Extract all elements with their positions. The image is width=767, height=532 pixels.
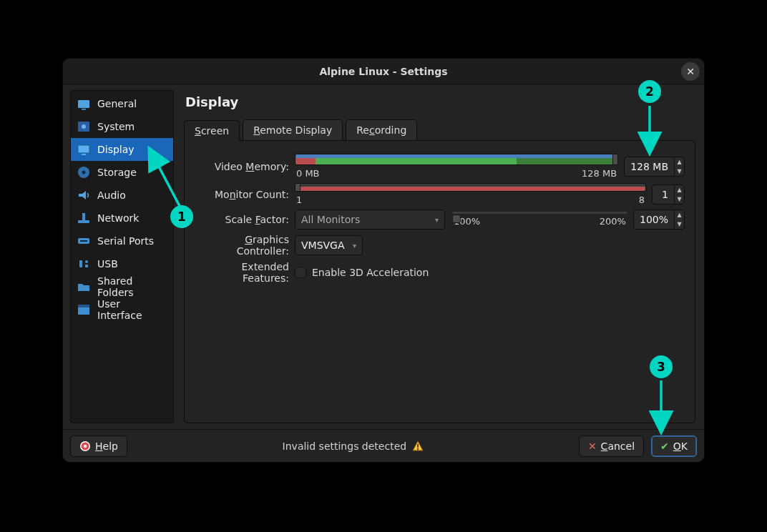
sidebar-item-display[interactable]: Display (71, 138, 173, 161)
sidebar-item-storage[interactable]: Storage (71, 161, 173, 184)
cancel-button[interactable]: ✕ Cancel (579, 435, 644, 457)
monitor-count-slider-wrap: 1 8 (295, 183, 646, 205)
row-graphics-controller: Graphics Controller: VMSVGA ▾ (195, 234, 685, 257)
sidebar-item-audio[interactable]: Audio (71, 184, 173, 207)
sidebar-item-label: Serial Ports (97, 235, 154, 247)
network-icon (77, 211, 91, 225)
monitor-count-spinbox[interactable]: 1 ▲▼ (652, 184, 685, 205)
tab-record[interactable]: Recording (346, 119, 417, 140)
tab-remote[interactable]: Remote Display (243, 119, 343, 140)
sidebar-item-label: System (97, 121, 135, 132)
svg-rect-10 (82, 213, 85, 220)
svg-rect-13 (79, 260, 82, 267)
tab-screen[interactable]: Screen (184, 120, 240, 141)
storage-icon (77, 165, 91, 179)
sidebar-item-general[interactable]: General (71, 92, 173, 115)
help-icon (79, 440, 91, 452)
audio-icon (77, 188, 91, 202)
annotation-badge-3: 3 (650, 355, 673, 378)
folder-icon (77, 280, 91, 294)
monitor-count-label: Monitor Count: (195, 189, 295, 200)
scale-factor-monitor-select[interactable]: All Monitors ▾ (295, 210, 445, 230)
display-icon (77, 142, 91, 157)
page-title: Display (185, 94, 695, 109)
tab-pane-screen: Video Memory: 0 MB 128 MB 128 MB ▲▼ (184, 140, 695, 423)
svg-point-3 (82, 124, 86, 129)
sidebar-item-network[interactable]: Network (71, 207, 173, 230)
sidebar-item-label: Storage (97, 167, 137, 178)
usb-icon (77, 257, 91, 271)
graphics-controller-value: VMSVGA (301, 240, 345, 251)
scale-factor-slider-wrap: 100% 200% (452, 213, 627, 227)
sidebar-item-system[interactable]: System (71, 115, 173, 138)
annotation-badge-1: 1 (170, 205, 193, 228)
video-memory-min-label: 0 MB (296, 168, 320, 179)
svg-rect-15 (85, 265, 88, 267)
video-memory-label: Video Memory: (195, 161, 295, 172)
graphics-controller-select[interactable]: VMSVGA ▾ (295, 235, 363, 255)
video-memory-stepper[interactable]: ▲▼ (674, 157, 684, 176)
monitor-count-max-label: 8 (639, 194, 645, 205)
sidebar-item-label: Shared Folders (97, 275, 167, 298)
window-title: Alpine Linux - Settings (319, 66, 447, 77)
chevron-down-icon: ▾ (353, 242, 356, 250)
sidebar-item-label: Display (97, 144, 135, 155)
row-extended-features: Extended Features: Enable 3D Acceleratio… (195, 261, 685, 284)
window-close-button[interactable]: ✕ (681, 62, 700, 81)
sidebar-item-serial-ports[interactable]: Serial Ports (71, 230, 173, 252)
svg-rect-22 (417, 444, 419, 448)
warning-icon (412, 440, 424, 452)
titlebar: Alpine Linux - Settings ✕ (63, 59, 704, 84)
chevron-down-icon: ▾ (435, 216, 439, 224)
ok-button[interactable]: ✔ OK (651, 435, 697, 457)
svg-rect-1 (82, 109, 86, 110)
footer: Help Invalid settings detected ✕ Cancel … (63, 429, 704, 462)
monitor-count-value: 1 (653, 185, 674, 204)
sidebar-item-label: Audio (97, 189, 126, 201)
svg-point-7 (82, 171, 86, 174)
svg-rect-23 (417, 448, 419, 450)
scale-factor-stepper[interactable]: ▲▼ (674, 210, 684, 229)
settings-window: Alpine Linux - Settings ✕ GeneralSystemD… (62, 58, 705, 463)
svg-marker-8 (79, 191, 86, 200)
monitor-count-slider[interactable] (295, 183, 646, 192)
scale-factor-value: 100% (634, 210, 674, 229)
row-video-memory: Video Memory: 0 MB 128 MB 128 MB ▲▼ (195, 154, 685, 179)
ui-icon (77, 302, 91, 317)
annotation-badge-2: 2 (638, 80, 661, 103)
help-button[interactable]: Help (70, 435, 127, 457)
sidebar-item-usb[interactable]: USB (71, 252, 173, 275)
serial-icon (77, 234, 91, 248)
row-scale-factor: Scale Factor: All Monitors ▾ 100% 2 (195, 210, 685, 230)
scale-factor-max-label: 200% (600, 216, 626, 227)
extended-features-label: Extended Features: (195, 261, 295, 284)
svg-rect-12 (80, 240, 87, 242)
monitor-count-scale: 1 8 (295, 192, 646, 205)
svg-rect-17 (78, 305, 89, 307)
video-memory-slider-wrap: 0 MB 128 MB (295, 154, 618, 179)
window-body: GeneralSystemDisplayStorageAudioNetworkS… (63, 84, 704, 429)
svg-rect-0 (78, 100, 89, 108)
general-icon (77, 97, 91, 111)
monitor-count-stepper[interactable]: ▲▼ (674, 185, 684, 204)
sidebar-item-shared-folders[interactable]: Shared Folders (71, 275, 173, 298)
enable-3d-label[interactable]: Enable 3D Acceleration (312, 267, 429, 278)
svg-rect-5 (82, 154, 86, 155)
video-memory-spinbox[interactable]: 128 MB ▲▼ (624, 157, 685, 177)
graphics-controller-label: Graphics Controller: (195, 234, 295, 257)
sidebar-item-label: Network (97, 212, 139, 224)
video-memory-value: 128 MB (625, 157, 674, 176)
system-icon (77, 119, 91, 134)
enable-3d-checkbox[interactable] (295, 267, 306, 278)
status-bar: Invalid settings detected (135, 440, 572, 452)
help-label: elp (103, 440, 118, 452)
scale-factor-label: Scale Factor: (195, 214, 295, 225)
close-icon: ✕ (686, 66, 695, 77)
svg-rect-4 (78, 145, 89, 153)
scale-factor-spinbox[interactable]: 100% ▲▼ (633, 210, 685, 230)
svg-point-20 (84, 444, 87, 447)
video-memory-slider[interactable] (295, 154, 618, 165)
sidebar-item-user-interface[interactable]: User Interface (71, 298, 173, 321)
sidebar-item-label: General (97, 98, 137, 109)
svg-point-14 (85, 260, 88, 263)
